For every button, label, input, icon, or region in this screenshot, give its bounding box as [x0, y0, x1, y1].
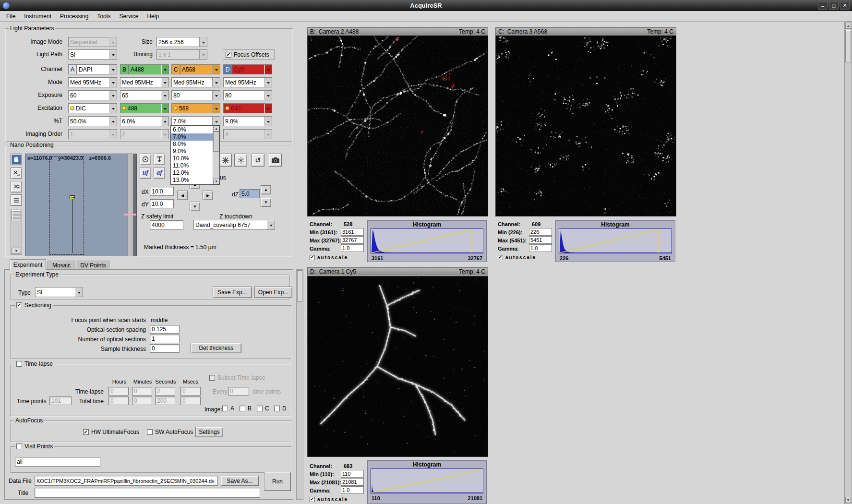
- gamma-input[interactable]: [529, 244, 552, 252]
- mode-b-select[interactable]: Med 95MHz: [120, 77, 169, 87]
- stage-left-button[interactable]: ◀: [177, 191, 188, 200]
- max-input[interactable]: [341, 236, 364, 244]
- menu-help[interactable]: Help: [143, 12, 163, 21]
- map-zoom-scrollbar[interactable]: ▼: [11, 209, 22, 255]
- save-as-button[interactable]: Save As...: [221, 476, 259, 486]
- dropdown-option[interactable]: 12.0%: [171, 169, 213, 177]
- tl-msecs-input[interactable]: [180, 387, 201, 396]
- autofocus-settings-button[interactable]: Settings: [195, 427, 223, 437]
- window-scrollbar[interactable]: ▲ ▼: [844, 22, 852, 504]
- image-c-checkbox[interactable]: C: [257, 405, 269, 412]
- stage-down-button[interactable]: ▼: [190, 202, 200, 211]
- tab-mosaic[interactable]: Mosaic: [48, 261, 75, 270]
- open-exp-button[interactable]: Open Exp...: [254, 287, 292, 298]
- min-input[interactable]: [341, 470, 364, 478]
- spiral-mosaic-button[interactable]: [234, 154, 247, 167]
- menu-processing[interactable]: Processing: [56, 12, 93, 21]
- order-d-select[interactable]: 4: [223, 129, 272, 139]
- menu-service[interactable]: Service: [115, 12, 143, 21]
- tl-hours-input[interactable]: [108, 387, 129, 396]
- tl-minutes-input[interactable]: [132, 387, 152, 396]
- pct-t-b-select[interactable]: 6.0%: [120, 116, 169, 126]
- max-input[interactable]: [529, 236, 552, 244]
- scroll-up-icon[interactable]: ▲: [213, 126, 219, 132]
- sample-thickness-input[interactable]: [150, 344, 180, 353]
- snapshot-button[interactable]: [269, 154, 282, 167]
- scrollbar-thumb[interactable]: [12, 210, 21, 221]
- title-input[interactable]: [35, 488, 260, 498]
- order-b-select[interactable]: 2: [120, 129, 169, 139]
- num-sections-input[interactable]: [150, 335, 180, 343]
- dropdown-option[interactable]: 13.0%: [171, 177, 213, 184]
- menu-instrument[interactable]: Instrument: [20, 12, 56, 21]
- exposure-a-select[interactable]: 60: [68, 90, 117, 100]
- min-input[interactable]: [341, 228, 364, 236]
- channel-a-select[interactable]: DAPI: [77, 64, 117, 74]
- stage-right-button[interactable]: ▶: [203, 191, 213, 200]
- exposure-c-select[interactable]: 80: [171, 90, 220, 100]
- minimize-button[interactable]: –: [818, 2, 828, 10]
- stage-map[interactable]: x=11076.0 y=30423.0 z=6906.6: [25, 154, 137, 256]
- tab-dv-points[interactable]: DV Points: [77, 261, 109, 270]
- mode-d-select[interactable]: Med 95MHz: [223, 77, 272, 87]
- visit-points-checkbox[interactable]: Visit Points: [15, 443, 54, 450]
- subset-time-lapse-checkbox[interactable]: Subset Time-lapse: [209, 374, 265, 381]
- z-up-button[interactable]: ▲: [261, 185, 271, 194]
- dx-input[interactable]: [150, 187, 174, 196]
- autofocus-button[interactable]: af: [154, 167, 165, 179]
- autoscale-checkbox[interactable]: autoscale: [310, 255, 348, 260]
- pct-t-c-select[interactable]: 7.0%: [171, 116, 220, 126]
- maximize-button[interactable]: □: [829, 2, 839, 10]
- save-exp-button[interactable]: Save Exp...: [213, 287, 252, 298]
- image-b-checkbox[interactable]: B: [240, 405, 252, 412]
- camera-b-canvas[interactable]: [308, 36, 487, 216]
- image-mode-select[interactable]: Sequential: [68, 37, 117, 47]
- get-thickness-button[interactable]: Get thickness: [191, 343, 241, 353]
- size-select[interactable]: 256 x 256: [156, 37, 207, 47]
- dropdown-scrollbar[interactable]: ▲ ▼: [213, 126, 219, 184]
- scroll-down-button[interactable]: ▼: [845, 497, 851, 503]
- dz-input[interactable]: [240, 189, 260, 198]
- data-file-input[interactable]: [35, 476, 218, 486]
- scrollbar-thumb[interactable]: [297, 270, 302, 302]
- channel-c-select[interactable]: A568: [180, 64, 220, 74]
- channel-b-select[interactable]: A488: [129, 64, 169, 74]
- hw-ultimatefocus-checkbox[interactable]: HW UltimateFocus: [83, 429, 139, 435]
- exposure-d-select[interactable]: 80: [223, 90, 272, 100]
- scroll-down-button[interactable]: ▼: [12, 248, 21, 254]
- binning-select[interactable]: 1 x 1: [156, 49, 207, 60]
- autoscale-checkbox[interactable]: autoscale: [498, 255, 536, 260]
- scrollbar-thumb[interactable]: [845, 30, 851, 62]
- menu-tools[interactable]: Tools: [93, 12, 115, 21]
- z-safety-input[interactable]: [150, 220, 183, 230]
- min-input[interactable]: [529, 228, 552, 236]
- sw-autofocus-checkbox[interactable]: SW AutoFocus: [147, 429, 193, 435]
- image-a-checkbox[interactable]: A: [222, 405, 234, 412]
- total-minutes-input[interactable]: [132, 396, 152, 405]
- autoscale-checkbox[interactable]: autoscale: [310, 497, 348, 502]
- order-a-select[interactable]: 1: [68, 129, 117, 139]
- dropdown-option-selected[interactable]: 7.0%: [171, 133, 213, 141]
- pct-t-d-select[interactable]: 9.0%: [223, 116, 272, 126]
- center-point-button[interactable]: [140, 154, 151, 165]
- camera-c-canvas[interactable]: [496, 36, 675, 216]
- total-msecs-input[interactable]: [180, 396, 201, 405]
- camera-c-view[interactable]: [495, 36, 676, 216]
- mark-point-tool-button[interactable]: [11, 168, 22, 179]
- experiment-type-select[interactable]: SI: [35, 287, 83, 297]
- tl-seconds-input[interactable]: [155, 387, 175, 396]
- freeze-button[interactable]: [219, 154, 232, 167]
- channel-d-select[interactable]: Cy5: [232, 64, 272, 74]
- exposure-b-select[interactable]: 65: [120, 90, 169, 100]
- refresh-view-button[interactable]: ↺: [252, 154, 264, 167]
- dropdown-option[interactable]: 11.0%: [171, 162, 213, 169]
- z-touchdown-select[interactable]: David_coverslip 6757: [193, 220, 275, 230]
- pan-tool-button[interactable]: [11, 154, 22, 165]
- excitation-a-select[interactable]: DIC: [68, 103, 117, 113]
- tab-experiment[interactable]: Experiment: [10, 259, 46, 270]
- focus-offsets-checkbox[interactable]: ✔ Focus Offsets: [223, 49, 275, 60]
- mode-c-select[interactable]: Med 95MHz: [171, 77, 220, 87]
- excitation-c-select[interactable]: 568: [171, 103, 220, 113]
- excitation-d-select[interactable]: 640: [223, 103, 272, 113]
- run-button[interactable]: Run: [264, 472, 291, 491]
